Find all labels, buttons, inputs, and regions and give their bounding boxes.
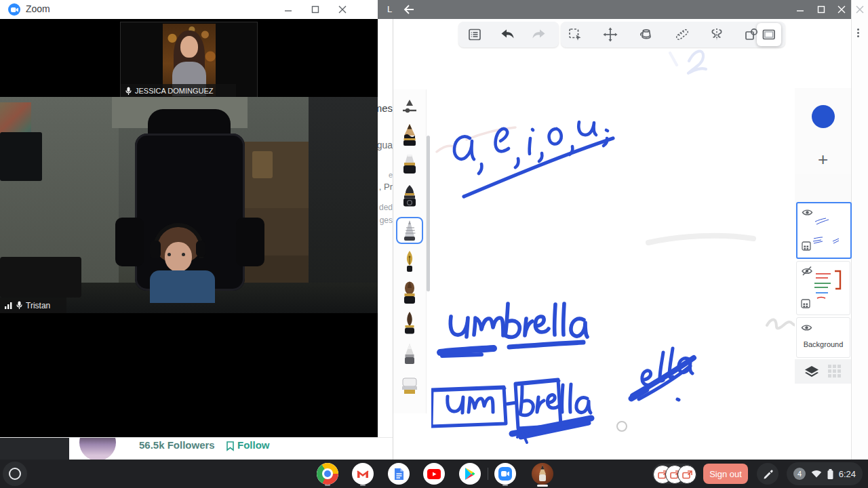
cabinet-item xyxy=(252,151,273,178)
page-fragment: ges xyxy=(380,216,393,225)
page-fragment: mes xyxy=(378,102,393,114)
add-layer-button[interactable]: + xyxy=(795,145,851,174)
gmail-icon[interactable] xyxy=(352,463,374,485)
background-page-strip: mes gua e , Pr ded ges xyxy=(378,19,393,437)
tool-pencil[interactable] xyxy=(398,122,421,148)
ink-vowels xyxy=(454,122,613,197)
background-layer-label: Background xyxy=(797,340,850,348)
clock: 6:24 xyxy=(839,469,856,479)
shelf-separator xyxy=(488,468,488,480)
layers-icon[interactable] xyxy=(804,365,819,378)
ghost-ink-top xyxy=(670,51,706,73)
sign-out-button[interactable]: Sign out xyxy=(703,464,748,484)
layer-options-icon[interactable] xyxy=(801,299,810,308)
current-color-swatch[interactable] xyxy=(812,105,835,128)
zoom-minimize-button[interactable] xyxy=(279,3,297,16)
canvas-close-button[interactable] xyxy=(833,3,850,16)
notification-count-badge: 4 xyxy=(793,468,806,480)
cursor-ring xyxy=(617,422,627,431)
headphone-cup-right xyxy=(196,241,205,257)
zoom-window-title: Zoom xyxy=(26,3,50,14)
profile-avatar xyxy=(79,437,116,460)
tool-ballpoint-pen-selected[interactable] xyxy=(396,217,423,244)
chair-arm-right xyxy=(236,218,264,266)
youtube-icon[interactable] xyxy=(423,463,445,485)
pen-tool-sidebar xyxy=(393,89,427,413)
kebab-menu-icon[interactable] xyxy=(857,27,859,39)
play-store-icon[interactable] xyxy=(459,463,481,485)
canvas-maximize-button[interactable] xyxy=(812,3,830,16)
main-speaker-video[interactable]: Tristan xyxy=(0,97,378,313)
zoom-close-button[interactable] xyxy=(334,3,351,16)
mic-icon xyxy=(16,301,22,310)
chair-arm-left xyxy=(115,218,144,266)
eye-icon[interactable] xyxy=(801,323,812,332)
layer-background[interactable]: Background xyxy=(796,317,850,358)
launcher-icon xyxy=(9,468,21,480)
tool-chisel-marker[interactable] xyxy=(398,152,421,178)
follow-button[interactable]: Follow xyxy=(237,439,270,451)
ink-ella xyxy=(631,348,694,400)
stylus-tools-button[interactable] xyxy=(757,463,778,485)
battery-icon xyxy=(827,469,833,479)
child-shirt xyxy=(150,270,215,303)
tool-round-brush[interactable] xyxy=(398,281,421,306)
tool-flat-marker[interactable] xyxy=(398,373,421,399)
plus-icon: + xyxy=(818,149,828,170)
tool-airbrush[interactable] xyxy=(398,183,421,209)
layer-options-icon[interactable] xyxy=(802,241,811,251)
chromeos-screen: Zoom JESSICA DOMINGUEZ xyxy=(0,0,868,488)
headphone-cup-left xyxy=(150,241,161,258)
gmail-running-indicator xyxy=(360,485,366,486)
cast-icon[interactable] xyxy=(677,465,696,484)
desk-shelf xyxy=(0,257,81,298)
speaker-name: Tristan xyxy=(26,301,50,310)
canvas-window-titlebar: L xyxy=(378,0,851,19)
stylus-icon xyxy=(762,468,773,479)
canvas-app-body: + xyxy=(393,19,851,460)
chrome-icon[interactable] xyxy=(317,463,338,485)
canvas-minimize-button[interactable] xyxy=(791,3,809,16)
background-window-right-strip xyxy=(851,0,868,460)
zoom-logo-icon xyxy=(8,3,20,16)
participant-thumbnail-video[interactable]: JESSICA DOMINGUEZ xyxy=(120,22,258,98)
status-tray[interactable]: 4 6:24 xyxy=(787,462,863,485)
back-arrow-icon[interactable] xyxy=(403,5,414,14)
followers-count: 56.5k Followers xyxy=(139,439,215,451)
tv-screen xyxy=(0,132,42,181)
docs-icon[interactable] xyxy=(388,463,410,485)
background-close-icon xyxy=(856,5,864,14)
background-page-bottom-band: 56.5k Followers Follow xyxy=(0,437,393,460)
zoom-meeting-area: JESSICA DOMINGUEZ xyxy=(0,19,378,437)
ink-um-boxed xyxy=(431,387,516,426)
page-fragment: ded xyxy=(379,203,393,212)
participant-nametag: JESSICA DOMINGUEZ xyxy=(121,84,236,98)
ink-umbrella xyxy=(440,304,587,356)
layer-thumbnail-active[interactable] xyxy=(796,202,852,259)
chair-backrest xyxy=(135,134,245,291)
zoom-maximize-button[interactable] xyxy=(307,3,324,16)
tool-pointed-brush[interactable] xyxy=(398,310,421,336)
grid-view-icon[interactable] xyxy=(828,365,842,378)
drawing-canvas[interactable] xyxy=(431,19,795,460)
color-section xyxy=(795,88,851,146)
canvas-app-icon[interactable] xyxy=(532,463,553,485)
ghost-ink-mid xyxy=(648,236,753,243)
tool-fountain-pen[interactable] xyxy=(398,249,421,275)
zoom-window-titlebar: Zoom xyxy=(0,0,378,20)
zoom-app-icon[interactable] xyxy=(494,463,516,485)
page-fragment: , Pr xyxy=(379,182,393,192)
ink-brella-boxed xyxy=(512,380,591,443)
sign-out-label: Sign out xyxy=(709,469,742,479)
page-dark-section xyxy=(0,438,69,460)
launcher-button[interactable] xyxy=(3,462,27,486)
tool-pastel[interactable] xyxy=(398,342,421,367)
layer-thumbnail-hidden[interactable] xyxy=(796,261,850,315)
panel-bottom-bar xyxy=(795,359,851,384)
tool-pen-settings[interactable] xyxy=(398,94,421,119)
sidebar-scrollbar[interactable] xyxy=(427,136,430,291)
zoom-running-indicator xyxy=(502,485,508,486)
page-fragment: gua xyxy=(378,140,393,150)
room-right-dark xyxy=(309,97,378,313)
canvas-running-indicator xyxy=(537,485,548,487)
